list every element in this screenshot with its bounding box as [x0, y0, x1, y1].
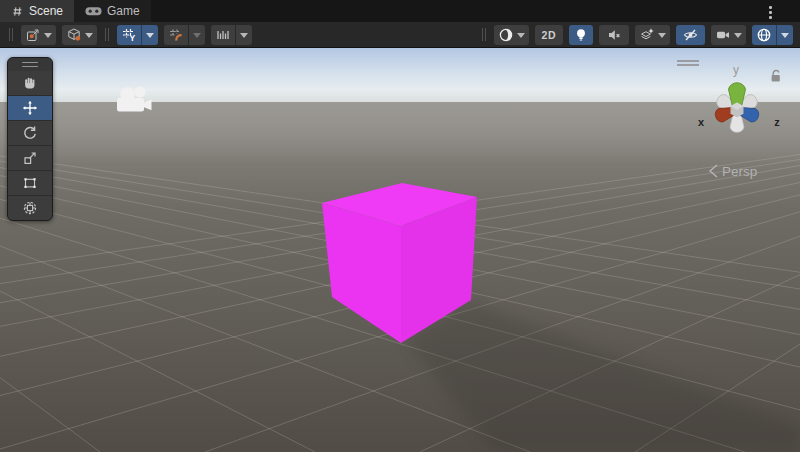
gizmos-button — [752, 25, 793, 45]
mode-2d-button[interactable]: 2D — [535, 25, 563, 45]
tab-game-label: Game — [107, 4, 140, 18]
increment-snap-button — [211, 25, 252, 45]
snap-settings-dropdown[interactable] — [188, 25, 205, 45]
tab-scene[interactable]: Scene — [0, 0, 74, 22]
gizmos-toggle[interactable] — [752, 25, 776, 45]
projection-label: Persp — [722, 164, 757, 179]
pivot-position-button[interactable] — [21, 25, 56, 45]
grid-visibility-button: Y — [117, 25, 158, 45]
kebab-menu-icon[interactable] — [767, 4, 774, 21]
grid-visibility-toggle[interactable]: Y — [117, 25, 141, 45]
move-tool-button[interactable] — [8, 95, 52, 120]
draw-mode-button[interactable] — [494, 25, 529, 45]
rect-tool-button[interactable] — [8, 170, 52, 195]
rect-corners-icon — [22, 175, 38, 191]
scene-audio-button[interactable] — [599, 25, 629, 45]
rotate-tool-button[interactable] — [8, 120, 52, 145]
toolbar-separator — [105, 28, 109, 41]
increment-snap-toggle[interactable] — [211, 25, 235, 45]
view-tool-button[interactable] — [8, 71, 52, 95]
light-bulb-icon — [573, 27, 589, 43]
transform-gizmo-icon — [22, 200, 38, 216]
y-axis-label: y — [733, 63, 739, 77]
handle-orientation-button[interactable] — [62, 25, 97, 45]
chevron-down-icon — [146, 33, 154, 38]
tab-game[interactable]: Game — [74, 0, 151, 22]
mode-2d-label: 2D — [539, 29, 559, 41]
snap-settings-button — [164, 25, 205, 45]
scale-icon — [22, 150, 38, 166]
scene-viewport[interactable]: y x z Persp — [0, 48, 800, 452]
audio-muted-icon — [606, 27, 622, 43]
x-axis-label: x — [698, 116, 705, 128]
scene-toolbar: Y — [0, 22, 800, 48]
gizmos-globe-icon — [756, 27, 772, 43]
chevron-down-icon — [193, 33, 201, 38]
chevron-down-icon — [240, 33, 248, 38]
transform-tool-button[interactable] — [8, 195, 52, 220]
pivot-center-icon — [25, 27, 41, 43]
scene-grid-icon — [11, 5, 24, 18]
chevron-down-icon — [658, 33, 666, 38]
camera-icon — [715, 27, 731, 43]
hand-icon — [22, 75, 38, 91]
z-axis-label: z — [774, 116, 780, 128]
camera-settings-button[interactable] — [711, 25, 746, 45]
gizmos-dropdown[interactable] — [776, 25, 793, 45]
gamepad-icon — [85, 5, 102, 17]
chevron-down-icon — [517, 33, 525, 38]
effects-star-icon — [639, 27, 655, 43]
palette-drag-handle[interactable] — [8, 58, 52, 71]
chevron-down-icon — [85, 33, 93, 38]
scale-tool-button[interactable] — [8, 145, 52, 170]
increment-snap-dropdown[interactable] — [235, 25, 252, 45]
handle-orientation-cube-icon — [66, 27, 82, 43]
svg-text:Y: Y — [129, 33, 135, 43]
toolbar-left-group: Y — [7, 25, 252, 45]
grid-snap-icon — [168, 27, 184, 43]
shaded-sphere-icon — [498, 27, 514, 43]
sky — [0, 48, 800, 106]
move-arrows-icon — [22, 100, 38, 116]
rotate-circle-icon — [22, 125, 38, 141]
increment-snap-icon — [215, 27, 231, 43]
chevron-down-icon — [781, 33, 789, 38]
tool-palette — [7, 57, 53, 221]
chevron-down-icon — [44, 33, 52, 38]
snap-toggle[interactable] — [164, 25, 188, 45]
scene-effects-button[interactable] — [635, 25, 670, 45]
chevron-down-icon — [734, 33, 742, 38]
tab-bar: Scene Game — [0, 0, 800, 22]
grid-visibility-icon: Y — [121, 27, 137, 43]
tab-scene-label: Scene — [29, 4, 63, 18]
scene-lighting-button[interactable] — [569, 25, 593, 45]
hidden-eye-icon — [682, 27, 699, 43]
scene-visibility-button[interactable] — [676, 25, 705, 45]
grid-visibility-dropdown[interactable] — [141, 25, 158, 45]
toolbar-separator — [9, 28, 13, 41]
toolbar-right-group: 2D — [480, 25, 793, 45]
toolbar-separator — [482, 28, 486, 41]
